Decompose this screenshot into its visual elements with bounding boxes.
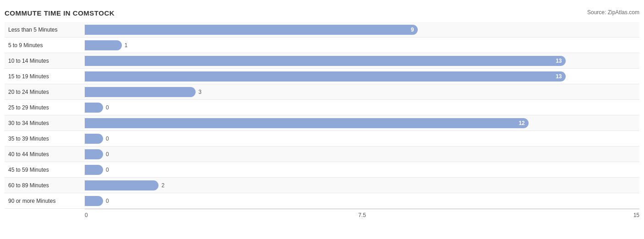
bar-label: 10 to 14 Minutes: [5, 58, 85, 64]
bar-row: 40 to 44 Minutes0: [5, 147, 639, 162]
bar-label: Less than 5 Minutes: [5, 27, 85, 33]
bar-value-label: 0: [106, 198, 109, 204]
bar-row: 20 to 24 Minutes3: [5, 84, 639, 100]
bar-fill: [85, 196, 103, 206]
bar-area: 1: [85, 38, 639, 53]
bar-area: 13: [85, 69, 639, 84]
bar-fill: [85, 165, 103, 175]
bar-row: 5 to 9 Minutes1: [5, 38, 639, 53]
bar-row: Less than 5 Minutes9: [5, 22, 639, 38]
bar-area: 0: [85, 193, 639, 208]
x-axis-tick-label: 15: [633, 212, 639, 218]
chart-wrapper: COMMUTE TIME IN COMSTOCK Source: ZipAtla…: [5, 9, 639, 232]
bar-area: 2: [85, 178, 639, 193]
bar-label: 35 to 39 Minutes: [5, 136, 85, 142]
bar-value-label: 2: [161, 182, 164, 189]
bar-value-label: 12: [518, 120, 524, 126]
bar-row: 10 to 14 Minutes13: [5, 53, 639, 69]
bar-row: 90 or more Minutes0: [5, 193, 639, 209]
bar-label: 30 to 34 Minutes: [5, 120, 85, 126]
x-axis: 07.515: [85, 209, 639, 218]
bar-value-label: 0: [106, 151, 109, 158]
bar-row: 60 to 89 Minutes2: [5, 178, 639, 193]
bar-area: 0: [85, 147, 639, 162]
bar-value-label: 13: [556, 73, 562, 80]
bar-label: 90 or more Minutes: [5, 198, 85, 204]
bar-value-label: 1: [125, 42, 128, 49]
bar-label: 40 to 44 Minutes: [5, 151, 85, 158]
bar-row: 30 to 34 Minutes12: [5, 115, 639, 131]
bar-label: 25 to 29 Minutes: [5, 104, 85, 111]
bar-fill: [85, 40, 122, 50]
bar-fill: 12: [85, 118, 529, 128]
bar-fill: [85, 180, 158, 190]
bar-fill: 9: [85, 25, 418, 35]
bar-area: 9: [85, 22, 639, 37]
bar-fill: [85, 134, 103, 144]
bar-fill: [85, 87, 196, 97]
bar-label: 15 to 19 Minutes: [5, 73, 85, 80]
bar-fill: 13: [85, 56, 566, 66]
bar-value-label: 3: [198, 89, 202, 95]
bar-area: 0: [85, 162, 639, 177]
bar-row: 15 to 19 Minutes13: [5, 69, 639, 84]
chart-title: COMMUTE TIME IN COMSTOCK: [5, 9, 115, 17]
source-label: Source: ZipAtlas.com: [587, 9, 639, 16]
bar-area: 0: [85, 100, 639, 115]
bar-label: 45 to 59 Minutes: [5, 167, 85, 173]
bar-row: 25 to 29 Minutes0: [5, 100, 639, 115]
bar-value-label: 0: [106, 167, 109, 173]
bar-row: 35 to 39 Minutes0: [5, 131, 639, 147]
bar-fill: [85, 103, 103, 113]
x-axis-tick-label: 0: [85, 212, 88, 218]
bar-row: 45 to 59 Minutes0: [5, 162, 639, 178]
bar-area: 12: [85, 115, 639, 130]
x-axis-tick-label: 7.5: [358, 212, 366, 218]
bar-value-label: 0: [106, 104, 109, 111]
bar-label: 60 to 89 Minutes: [5, 182, 85, 189]
bar-value-label: 0: [106, 136, 109, 142]
bar-area: 13: [85, 53, 639, 68]
bar-fill: [85, 149, 103, 159]
bar-label: 5 to 9 Minutes: [5, 42, 85, 49]
chart-header: COMMUTE TIME IN COMSTOCK Source: ZipAtla…: [5, 9, 639, 19]
bar-fill: 13: [85, 71, 566, 81]
bar-area: 0: [85, 131, 639, 146]
chart-container: Less than 5 Minutes95 to 9 Minutes110 to…: [5, 22, 639, 232]
bar-value-label: 9: [411, 27, 414, 33]
bar-value-label: 13: [556, 58, 562, 64]
bar-area: 3: [85, 84, 639, 99]
bar-label: 20 to 24 Minutes: [5, 89, 85, 95]
